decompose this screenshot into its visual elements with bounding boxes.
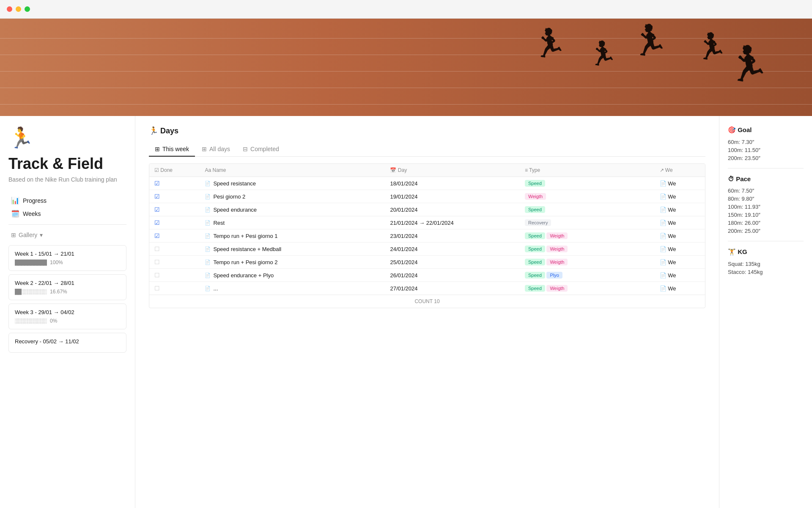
checkbox-unchecked-icon[interactable]: ☐ <box>154 259 160 265</box>
kg-stats: Squat: 135kgStacco: 145kg <box>728 261 804 275</box>
type-tag: Recovery <box>525 219 551 226</box>
name-cell[interactable]: 📄Pesi giorno 2 <box>200 190 385 203</box>
name-cell[interactable]: 📄Rest <box>200 216 385 229</box>
tab-this-week[interactable]: ⊞ This week <box>149 142 195 157</box>
type-cell: Speed <box>520 177 655 190</box>
name-cell[interactable]: 📄Speed resistance <box>200 177 385 190</box>
kg-stat-line: Squat: 135kg <box>728 261 804 267</box>
type2-tag: Plyo <box>546 272 562 279</box>
checkbox-unchecked-icon[interactable]: ☐ <box>154 246 160 252</box>
day-cell: 27/01/2024 <box>385 282 520 295</box>
done-cell[interactable]: ☐ <box>149 256 200 269</box>
we-cell: 📄 We <box>655 229 705 243</box>
done-cell[interactable]: ☑ <box>149 229 200 243</box>
name-cell[interactable]: 📄Speed resistance + Medball <box>200 243 385 256</box>
done-cell[interactable]: ☑ <box>149 190 200 203</box>
gallery-chevron-icon: ▾ <box>40 232 43 238</box>
type-cell: Speed Weigth <box>520 243 655 256</box>
content-wrapper: 🏃 Track & Field Based on the Nike Run Cl… <box>0 116 812 508</box>
checkbox-checked-icon[interactable]: ☑ <box>154 219 160 226</box>
checkbox-unchecked-icon[interactable]: ☐ <box>154 285 160 292</box>
we-cell: 📄 We <box>655 269 705 282</box>
we-cell: 📄 We <box>655 282 705 295</box>
table-row[interactable]: ☑📄Speed resistance18/01/2024Speed 📄 We <box>149 177 705 190</box>
name-cell[interactable]: 📄Speed endurance + Plyo <box>200 269 385 282</box>
count-label: COUNT <box>414 298 432 304</box>
table-row[interactable]: ☑📄Speed endurance20/01/2024Speed 📄 We <box>149 203 705 216</box>
name-cell[interactable]: 📄... <box>200 282 385 295</box>
pace-stats: 60m: 7.50″80m: 9.80″100m: 11.93″150m: 19… <box>728 188 804 234</box>
tab-all-days[interactable]: ⊞ All days <box>196 142 236 157</box>
table-row[interactable]: ☑📄Tempo run + Pesi giorno 123/01/2024Spe… <box>149 229 705 243</box>
tab-completed[interactable]: ⊟ Completed <box>237 142 285 157</box>
checkbox-checked-icon[interactable]: ☑ <box>154 180 160 187</box>
checkbox-checked-icon[interactable]: ☑ <box>154 193 160 200</box>
sidebar: 🏃 Track & Field Based on the Nike Run Cl… <box>0 116 135 508</box>
row-name: Tempo run + Pesi giorno 1 <box>213 233 277 239</box>
name-cell[interactable]: 📄Speed endurance <box>200 203 385 216</box>
table-row[interactable]: ☐📄Speed resistance + Medball24/01/2024Sp… <box>149 243 705 256</box>
nav-item-weeks[interactable]: 🗓️ Weeks <box>8 208 126 219</box>
minimize-dot[interactable] <box>16 6 21 12</box>
right-panel: 🎯 Goal 60m: 7.30″100m: 11.50″200m: 23.50… <box>719 116 812 508</box>
day-cell: 19/01/2024 <box>385 190 520 203</box>
week-3-progress: ░░░░░░░░░░ 0% <box>15 318 120 324</box>
type-tag: Speed <box>525 180 545 187</box>
day-cell: 18/01/2024 <box>385 177 520 190</box>
table-row[interactable]: ☐📄...27/01/2024Speed Weigth📄 We <box>149 282 705 295</box>
week-card-recovery[interactable]: Recovery - 05/02 → 11/02 <box>8 333 126 353</box>
doc-we-icon: 📄 <box>660 207 667 213</box>
doc-icon: 📄 <box>205 207 211 213</box>
we-cell: 📄 We <box>655 243 705 256</box>
done-cell[interactable]: ☐ <box>149 243 200 256</box>
type-cell: Recovery <box>520 216 655 229</box>
row-name: Speed resistance + Medball <box>213 246 281 252</box>
doc-we-icon: 📄 <box>660 259 667 265</box>
calendar-header-icon: 📅 <box>390 167 396 173</box>
doc-icon: 📄 <box>205 273 211 278</box>
checkbox-checked-icon[interactable]: ☑ <box>154 206 160 213</box>
week-card-3[interactable]: Week 3 - 29/01 → 04/02 ░░░░░░░░░░ 0% <box>8 304 126 329</box>
close-dot[interactable] <box>7 6 12 12</box>
gallery-toggle[interactable]: ⊞ Gallery ▾ <box>8 230 126 240</box>
pace-stat-line: 80m: 9.80″ <box>728 196 804 202</box>
done-cell[interactable]: ☐ <box>149 282 200 295</box>
doc-we-icon: 📄 <box>660 285 667 292</box>
doc-icon: 📄 <box>205 181 211 186</box>
we-cell: 📄 We <box>655 203 705 216</box>
goal-stat-line: 200m: 23.50″ <box>728 155 804 161</box>
doc-we-icon: 📄 <box>660 272 667 279</box>
pace-stat-line: 180m: 26.00″ <box>728 220 804 226</box>
pace-stat-line: 150m: 19.10″ <box>728 212 804 218</box>
type-cell: Speed Weigth <box>520 229 655 243</box>
doc-icon: 📄 <box>205 233 211 239</box>
name-cell[interactable]: 📄Tempo run + Pesi giorno 1 <box>200 229 385 243</box>
we-cell: 📄 We <box>655 190 705 203</box>
tab-completed-icon: ⊟ <box>243 146 248 152</box>
table-row[interactable]: ☐📄Speed endurance + Plyo26/01/2024Speed … <box>149 269 705 282</box>
type-cell: Speed Plyo <box>520 269 655 282</box>
day-cell: 20/01/2024 <box>385 203 520 216</box>
kg-stat-line: Stacco: 145kg <box>728 269 804 275</box>
done-cell[interactable]: ☑ <box>149 177 200 190</box>
done-cell[interactable]: ☐ <box>149 269 200 282</box>
nav-item-progress[interactable]: 📊 Progress <box>8 195 126 206</box>
done-cell[interactable]: ☑ <box>149 203 200 216</box>
maximize-dot[interactable] <box>25 6 30 12</box>
page-subtitle: Based on the Nike Run Club training plan <box>8 176 126 183</box>
checkbox-checked-icon[interactable]: ☑ <box>154 232 160 239</box>
week-2-pct: 16.67% <box>50 289 67 295</box>
gallery-grid-icon: ⊞ <box>11 232 16 238</box>
table-row[interactable]: ☑📄Pesi giorno 219/01/2024Weigth 📄 We <box>149 190 705 203</box>
name-cell[interactable]: 📄Tempo run + Pesi giorno 2 <box>200 256 385 269</box>
checkbox-unchecked-icon[interactable]: ☐ <box>154 272 160 279</box>
week-card-2[interactable]: Week 2 - 22/01 → 28/01 ██░░░░░░░░ 16.67% <box>8 274 126 300</box>
week-1-title: Week 1 - 15/01 → 21/01 <box>15 251 120 257</box>
week-card-1[interactable]: Week 1 - 15/01 → 21/01 ██████████ 100% <box>8 245 126 271</box>
table-row[interactable]: ☑📄Rest21/01/2024 → 22/01/2024Recovery 📄 … <box>149 216 705 229</box>
goal-stats: 60m: 7.30″100m: 11.50″200m: 23.50″ <box>728 139 804 161</box>
type-cell: Speed Weigth <box>520 282 655 295</box>
week-3-bar: ░░░░░░░░░░ <box>15 318 47 324</box>
done-cell[interactable]: ☑ <box>149 216 200 229</box>
table-row[interactable]: ☐📄Tempo run + Pesi giorno 225/01/2024Spe… <box>149 256 705 269</box>
